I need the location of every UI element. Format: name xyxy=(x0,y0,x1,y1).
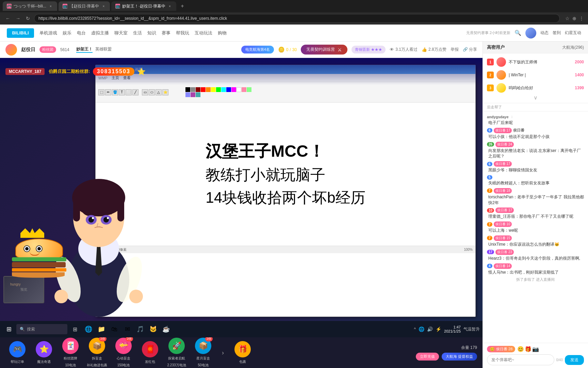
color-purple[interactable] xyxy=(191,92,195,97)
network-icon[interactable]: 🌐 xyxy=(419,326,424,332)
tool-select[interactable]: ⬚ xyxy=(98,89,104,95)
gift-icon-btn[interactable]: 🎁 xyxy=(525,346,532,352)
extension-icon[interactable]: ⊕ xyxy=(572,16,576,21)
color-cyan[interactable] xyxy=(221,87,226,92)
browser-menu-icon[interactable]: ⋮ xyxy=(579,16,584,21)
media-icon[interactable]: 🎵 xyxy=(134,323,146,335)
battery-icon[interactable]: ⚡ xyxy=(436,326,441,332)
tab-close-3[interactable]: × xyxy=(167,4,172,9)
store-icon[interactable]: 🛍 xyxy=(108,323,120,335)
back-button[interactable]: ← xyxy=(4,15,12,22)
emoji-btn[interactable]: 😊 xyxy=(517,346,524,352)
forward-button[interactable]: → xyxy=(14,15,22,22)
taskbar-search[interactable]: 🔍 搜索 xyxy=(16,324,67,334)
color-gray[interactable] xyxy=(191,87,195,92)
shape-triangle[interactable]: △ xyxy=(156,89,162,95)
app-icon-6[interactable]: 🐱 xyxy=(147,323,159,335)
volume-icon[interactable]: 🔊 xyxy=(427,326,433,332)
shape-star[interactable]: ⭐ xyxy=(162,89,168,95)
refresh-button[interactable]: ↻ xyxy=(24,15,31,22)
color-white[interactable] xyxy=(236,87,241,92)
folder-icon[interactable]: 📁 xyxy=(95,323,108,335)
recharge-btn[interactable]: 立即充值 xyxy=(416,353,439,361)
starbox-btn[interactable]: 📦 2倍 星月盲盒 50电池 xyxy=(191,338,215,368)
browser-tab-2[interactable]: 📺 【赵役日·弹幕中 × xyxy=(59,1,110,11)
user-avatar[interactable] xyxy=(525,28,536,39)
mail-icon[interactable]: ✉ xyxy=(121,323,133,335)
nav-btn[interactable]: 大航海 提督权益 xyxy=(442,353,477,361)
color-lightgreen[interactable] xyxy=(247,87,251,92)
share-button[interactable]: 🔗 分享 xyxy=(463,47,477,52)
nav-helper[interactable]: 帮我玩 xyxy=(176,30,189,36)
blindbox-btn[interactable]: 📦 2倍 拆盲盒 补礼物进包裹 xyxy=(85,338,109,368)
search-icon[interactable]: 🔍 xyxy=(514,30,521,36)
tab-close-2[interactable]: × xyxy=(101,4,106,9)
color-magenta[interactable] xyxy=(231,87,236,92)
color-darkred[interactable] xyxy=(196,87,200,92)
screenshot-btn[interactable]: 📷 xyxy=(532,346,539,352)
tray-arrow[interactable]: ^ xyxy=(414,327,416,332)
chat-input[interactable] xyxy=(487,354,554,365)
help-order-icon: 🎮 xyxy=(9,341,26,357)
tool-pencil[interactable]: ✏ xyxy=(105,89,111,95)
browser-tab-1[interactable]: 🎮 つっつ 千杯--bili... × xyxy=(3,1,57,11)
expand-donors-btn[interactable]: ∨ xyxy=(487,94,584,101)
shape-rect[interactable]: ▭ xyxy=(142,89,148,95)
edge-icon[interactable]: 🌐 xyxy=(82,323,95,335)
tab-close-1[interactable]: × xyxy=(48,4,53,9)
training-banner[interactable]: 无畏契约训练营 ⚔ xyxy=(301,45,347,55)
streamer-bar-right: 电竞航海第4名 🪙 0 / 30 无畏契约训练营 ⚔ xyxy=(241,45,477,55)
chat-fan-6: 侯日番 17 xyxy=(495,208,514,213)
nav-entertainment[interactable]: 娱乐 xyxy=(63,30,71,36)
star-icon[interactable]: ☆ xyxy=(565,16,570,21)
taskview-btn[interactable]: ⊞ xyxy=(69,323,81,335)
follow-badge[interactable]: 粉丝团 xyxy=(39,46,56,53)
scroll-up-btn[interactable]: › xyxy=(218,344,228,361)
signin-btn[interactable]: 签到 xyxy=(553,30,561,36)
nav-interactive[interactable]: 互动玩法 xyxy=(195,30,212,36)
color-yellow[interactable] xyxy=(211,87,216,92)
color-black[interactable] xyxy=(185,87,190,92)
url-input[interactable]: https://live.bilibili.com/23285572?sessi… xyxy=(34,14,560,23)
tool-fill[interactable]: 🪣 xyxy=(112,89,118,95)
report-button[interactable]: 举报 xyxy=(451,47,459,52)
color-pink[interactable] xyxy=(242,87,246,92)
donor-rank-1: 1 xyxy=(487,59,494,65)
nav-shopping[interactable]: 购物 xyxy=(218,30,227,36)
nav-knowledge[interactable]: 知识 xyxy=(147,30,156,36)
nav-radio[interactable]: 电台 xyxy=(77,30,86,36)
bili-logo[interactable]: BILIBILI xyxy=(7,28,34,38)
magic-btn[interactable]: ⭐ 魔法奇遇 xyxy=(32,341,56,364)
color-orange[interactable] xyxy=(206,87,211,92)
redpacket-btn[interactable]: 🧧 发红包 xyxy=(138,341,162,364)
shape-ellipse[interactable]: ⬭ xyxy=(149,89,155,95)
start-button[interactable]: ⊞ xyxy=(3,323,15,335)
browser-tab-3[interactable]: 📺 妙架王！·赵役日·弹幕中 × xyxy=(111,1,176,11)
fancard-btn[interactable]: 🃏 粉丝团牌 10电池 xyxy=(59,338,82,368)
send-button[interactable]: 发送 xyxy=(565,355,584,365)
tool-eraser[interactable]: ⬜ xyxy=(126,89,132,95)
color-blue[interactable] xyxy=(226,87,231,92)
bag-btn[interactable]: 🎁 包裹 xyxy=(231,341,255,364)
color-red[interactable] xyxy=(201,87,206,92)
new-tab-button[interactable]: + xyxy=(178,1,187,11)
lovebox-label: 心动盲盒 xyxy=(117,356,130,361)
nav-esports[interactable]: 赛事 xyxy=(162,30,170,36)
nav-chat[interactable]: 聊天室 xyxy=(114,30,128,36)
app-icon-7[interactable]: ☕ xyxy=(160,323,172,335)
nav-vtuber[interactable]: 虚拟主播 xyxy=(91,30,109,36)
nav-life[interactable]: 生活 xyxy=(133,30,142,36)
color-teal[interactable] xyxy=(196,92,200,97)
tag-gametype2[interactable]: 英雄联盟 xyxy=(95,46,112,53)
color-green[interactable] xyxy=(216,87,221,92)
tool-line[interactable]: ╱ xyxy=(132,89,138,95)
activity-btn[interactable]: 动态 xyxy=(540,30,549,36)
tag-gametype1[interactable]: 妙架王！ xyxy=(76,46,93,53)
explorer-btn[interactable]: 🚀 探索者启航 2.233万电池 xyxy=(165,338,189,368)
color-lightblue[interactable] xyxy=(185,92,190,97)
help-order-btn[interactable]: 🎮 帮玩订单 xyxy=(5,341,29,364)
fantasy-btn[interactable]: 幻星互动 xyxy=(565,30,581,36)
tool-text[interactable]: T xyxy=(119,89,125,95)
lovebox-btn[interactable]: 💝 2倍 心动盲盒 150电池 xyxy=(112,338,135,368)
nav-singlegame[interactable]: 单机游戏 xyxy=(39,30,57,36)
